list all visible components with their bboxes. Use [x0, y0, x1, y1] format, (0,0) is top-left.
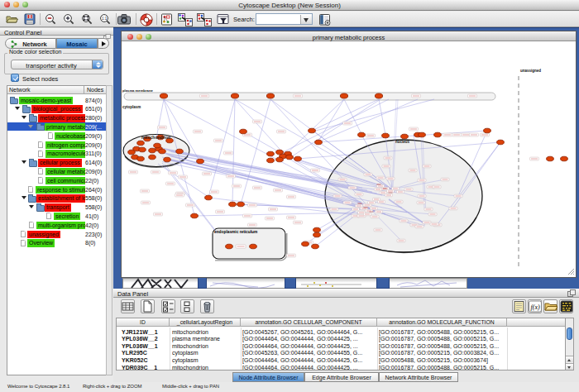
- svg-text:plasma membrane: plasma membrane: [122, 88, 153, 93]
- svg-text:mitochondrion: mitochondrion: [141, 135, 170, 140]
- svg-text:nucleus: nucleus: [395, 140, 410, 144]
- svg-text:f(x): f(x): [531, 304, 540, 311]
- svg-text:endoplasmic reticulum: endoplasmic reticulum: [214, 230, 257, 234]
- svg-text:1:1: 1:1: [102, 17, 108, 21]
- svg-text:unassigned: unassigned: [520, 69, 541, 73]
- svg-text:cytoplasm: cytoplasm: [122, 105, 141, 109]
